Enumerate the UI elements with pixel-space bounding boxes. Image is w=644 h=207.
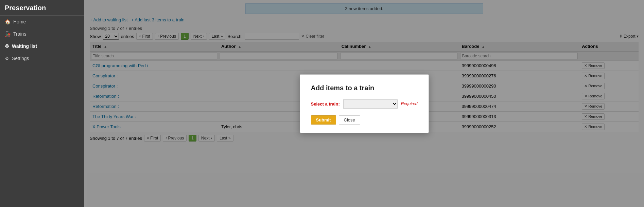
settings-icon: ⚙: [5, 56, 9, 61]
home-icon: 🏠: [5, 19, 11, 24]
sidebar-item-settings-label: Settings: [12, 56, 29, 61]
close-button[interactable]: Close: [339, 115, 360, 125]
sidebar-item-home[interactable]: 🏠 Home: [0, 16, 84, 28]
sidebar-item-waiting-list[interactable]: ♻ Waiting list: [0, 40, 84, 52]
modal-title: Add items to a train: [311, 84, 418, 92]
app-title: Preservation: [0, 0, 84, 16]
sidebar-item-settings[interactable]: ⚙ Settings: [0, 52, 84, 64]
trains-icon: 🚂: [5, 31, 11, 37]
sidebar-item-trains-label: Trains: [13, 31, 26, 37]
select-train-label: Select a train:: [311, 101, 340, 107]
modal-overlay: Add items to a train Select a train: Req…: [84, 0, 644, 207]
sidebar-item-home-label: Home: [13, 19, 26, 24]
main-content: 3 new items added. + Add to waiting list…: [84, 0, 644, 207]
train-select[interactable]: [343, 99, 398, 109]
add-items-modal: Add items to a train Select a train: Req…: [300, 74, 429, 133]
submit-button[interactable]: Submit: [311, 115, 336, 125]
modal-actions: Submit Close: [311, 115, 418, 125]
modal-form-row: Select a train: Required: [311, 99, 418, 109]
required-text: Required: [401, 101, 418, 106]
sidebar-item-waiting-list-label: Waiting list: [12, 43, 37, 49]
sidebar-item-trains[interactable]: 🚂 Trains: [0, 28, 84, 40]
waiting-list-icon: ♻: [5, 43, 9, 49]
sidebar: Preservation 🏠 Home 🚂 Trains ♻ Waiting l…: [0, 0, 84, 207]
